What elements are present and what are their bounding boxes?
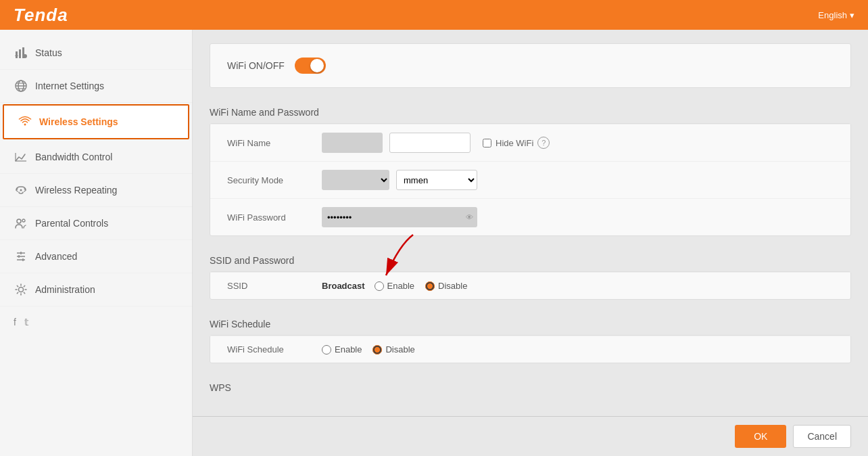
wifi-toggle-label: WiFi ON/OFF — [227, 60, 285, 71]
ssid-enable-option[interactable]: Enable — [375, 281, 414, 291]
security-mode-label: Security Mode — [227, 175, 322, 185]
svg-point-4 — [23, 54, 27, 58]
wifi-toggle-card: WiFi ON/OFF — [210, 43, 851, 88]
wifi-name-blurred-input[interactable] — [322, 133, 383, 153]
bottom-bar: OK Cancel — [193, 416, 868, 456]
sidebar-item-parental-controls[interactable]: Parental Controls — [0, 207, 192, 240]
ssid-disable-option[interactable]: Disable — [425, 281, 467, 291]
sidebar-item-status[interactable]: Status — [0, 37, 192, 70]
svg-point-14 — [17, 219, 21, 223]
sidebar-item-bandwidth-control[interactable]: Bandwidth Control — [0, 141, 192, 174]
ssid-broadcast-bold: Broadcast — [322, 281, 365, 291]
ssid-broadcast-radio-group: Enable Disable — [375, 281, 468, 291]
language-selector[interactable]: English ▾ — [818, 10, 854, 20]
wifi-schedule-row: WiFi Schedule Enable Disable — [210, 336, 850, 363]
schedule-enable-option[interactable]: Enable — [322, 344, 362, 355]
toggle-knob — [310, 59, 324, 72]
security-mode-select[interactable]: mmen — [396, 170, 477, 190]
schedule-disable-label: Disable — [385, 344, 414, 355]
schedule-disable-radio[interactable] — [372, 345, 382, 355]
wifi-schedule-section-header: WiFi Schedule — [210, 311, 851, 335]
wifi-toggle-row: WiFi ON/OFF — [210, 44, 850, 87]
hide-wifi-row: Hide WiFi ? — [483, 137, 550, 149]
wifi-password-row: WiFi Password 👁 — [210, 198, 850, 235]
wifi-name-input[interactable] — [389, 133, 471, 153]
password-toggle-icon[interactable]: 👁 — [466, 213, 473, 221]
sidebar-item-wireless-label: Wireless Settings — [39, 116, 118, 127]
wifi-name-password-card: WiFi Name Hide WiFi ? Security Mode — [210, 123, 851, 236]
cancel-button[interactable]: Cancel — [793, 425, 851, 448]
sidebar-item-admin-label: Administration — [35, 284, 95, 295]
parental-icon — [14, 216, 28, 231]
ssid-section-header: SSID and Password — [210, 247, 851, 271]
wifi-password-label: WiFi Password — [227, 212, 322, 223]
wifi-name-section-header: WiFi Name and Password — [210, 99, 851, 123]
security-mode-control: mmen — [322, 170, 477, 190]
ssid-broadcast-row: SSID Broadcast Enable Disable — [210, 272, 850, 299]
logo: Tenda — [14, 5, 68, 26]
admin-icon — [14, 282, 28, 297]
wifi-password-control: 👁 — [322, 207, 477, 227]
wifi-schedule-card: WiFi Schedule Enable Disable — [210, 335, 851, 363]
sidebar-item-status-label: Status — [35, 47, 62, 58]
facebook-icon[interactable]: f — [14, 317, 16, 327]
ssid-disable-radio[interactable] — [425, 281, 435, 291]
schedule-disable-option[interactable]: Disable — [372, 344, 414, 355]
svg-point-15 — [22, 219, 25, 222]
ssid-password-card: SSID Broadcast Enable Disable — [210, 271, 851, 300]
sidebar: Status Internet Settings — [0, 30, 193, 456]
svg-rect-3 — [15, 55, 18, 56]
status-icon — [14, 45, 28, 60]
ok-button[interactable]: OK — [735, 425, 786, 448]
ssid-broadcast-control: Broadcast Enable Disable — [322, 281, 467, 291]
wifi-password-input[interactable] — [322, 207, 477, 227]
twitter-icon[interactable]: 𝕥 — [24, 317, 29, 327]
svg-point-13 — [20, 189, 22, 191]
sidebar-item-internet-label: Internet Settings — [35, 81, 104, 91]
wifi-schedule-label: WiFi Schedule — [227, 344, 322, 355]
wps-section-header: WPS — [210, 374, 851, 398]
ssid-disable-label: Disable — [438, 281, 467, 291]
advanced-icon — [14, 249, 28, 264]
sidebar-item-parental-label: Parental Controls — [35, 218, 108, 229]
sidebar-item-advanced[interactable]: Advanced — [0, 240, 192, 273]
sidebar-item-wireless-repeating[interactable]: Wireless Repeating — [0, 174, 192, 207]
sidebar-item-internet-settings[interactable]: Internet Settings — [0, 70, 192, 103]
sidebar-item-repeating-label: Wireless Repeating — [35, 185, 117, 196]
security-mode-row: Security Mode mmen — [210, 161, 850, 198]
hide-wifi-label: Hide WiFi — [496, 138, 533, 148]
schedule-enable-label: Enable — [335, 344, 362, 355]
ssid-enable-label: Enable — [387, 281, 414, 291]
help-icon[interactable]: ? — [537, 137, 550, 149]
globe-icon — [14, 78, 28, 93]
wifi-schedule-control: Enable Disable — [322, 344, 415, 355]
wifi-name-row: WiFi Name Hide WiFi ? — [210, 124, 850, 161]
sidebar-item-advanced-label: Advanced — [35, 251, 77, 262]
sidebar-footer: f 𝕥 — [0, 306, 192, 338]
main-content: WiFi ON/OFF WiFi Name and Password WiFi … — [193, 30, 868, 456]
language-dropdown-icon: ▾ — [850, 10, 854, 20]
svg-rect-1 — [19, 49, 21, 58]
wifi-name-label: WiFi Name — [227, 138, 322, 148]
wifi-schedule-radio-group: Enable Disable — [322, 344, 415, 355]
wifi-toggle-switch[interactable] — [295, 58, 326, 74]
sidebar-item-wireless-settings[interactable]: Wireless Settings — [3, 104, 189, 139]
svg-rect-0 — [16, 51, 18, 58]
password-field-wrapper: 👁 — [322, 207, 477, 227]
svg-point-10 — [24, 124, 26, 126]
language-label: English — [818, 10, 847, 20]
sidebar-item-bandwidth-label: Bandwidth Control — [35, 152, 112, 162]
header: Tenda English ▾ — [0, 0, 868, 30]
sidebar-item-administration[interactable]: Administration — [0, 273, 192, 306]
ssid-enable-radio[interactable] — [375, 281, 384, 291]
ssid-label: SSID — [227, 281, 322, 291]
wifi-icon — [18, 114, 32, 129]
wifi-name-control: Hide WiFi ? — [322, 133, 550, 153]
layout: Status Internet Settings — [0, 30, 868, 456]
svg-point-22 — [19, 288, 24, 292]
bandwidth-icon — [14, 150, 28, 164]
security-mode-select-blurred[interactable] — [322, 170, 389, 190]
repeating-icon — [14, 183, 28, 198]
hide-wifi-checkbox[interactable] — [483, 139, 491, 147]
schedule-enable-radio[interactable] — [322, 345, 331, 355]
